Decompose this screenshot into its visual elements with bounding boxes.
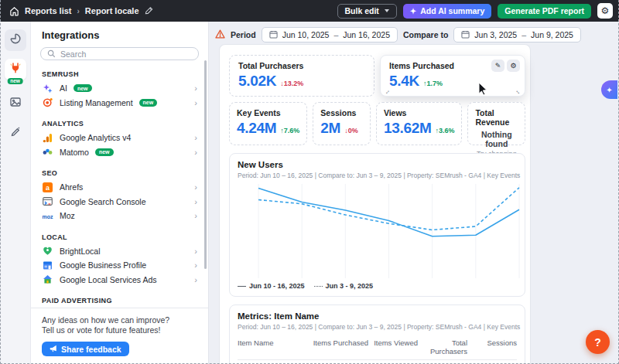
- sidebar-item-google-analytics-v4[interactable]: Google Analytics v4›: [42, 131, 200, 145]
- top-bar-actions: Bulk edit ✦ Add AI summary Generate PDF …: [337, 3, 613, 19]
- sparkle-icon: ✦: [410, 7, 416, 15]
- metric-cards-row-2: Key Events 4.24M ↑7.6% Sessions 2M ↓0% V…: [229, 102, 525, 145]
- help-button[interactable]: ?: [586, 330, 610, 354]
- column-header[interactable]: Items Viewed: [368, 338, 418, 355]
- settings-gear-button[interactable]: ⚙: [597, 3, 613, 19]
- ai-assistant-fab[interactable]: ✦: [601, 80, 617, 99]
- matomo-icon: [42, 147, 53, 157]
- sidebar-item-google-search-console[interactable]: Google Search Console›: [42, 195, 200, 209]
- metric-value: 13.62M: [384, 120, 432, 137]
- chart-title: New Users: [238, 160, 517, 169]
- metric-card-views[interactable]: Views 13.62M ↑3.6%: [376, 102, 463, 145]
- legend-current-period[interactable]: Jun 10 - 16, 2025: [238, 282, 305, 290]
- mouse-cursor: [478, 82, 488, 99]
- calendar-icon: [269, 30, 278, 40]
- add-ai-summary-button[interactable]: ✦ Add AI summary: [403, 4, 491, 19]
- chevron-right-icon: ›: [194, 275, 200, 284]
- widget-hover-actions: ✎ ⚙: [491, 60, 520, 72]
- warning-icon: [215, 28, 225, 42]
- sidebar-item-moz[interactable]: mozMoz›: [42, 209, 200, 223]
- sidebar-section-label: ANALYTICS: [42, 120, 200, 128]
- widget-settings-button[interactable]: ⚙: [507, 60, 520, 72]
- metric-value: 2M: [320, 120, 340, 137]
- column-header[interactable]: Items Purchased: [297, 338, 368, 355]
- sidebar-item-brightlocal[interactable]: BrightLocal›: [42, 244, 200, 259]
- compare-start: Jun 3, 2025: [474, 30, 517, 39]
- integrations-sidebar: Integrations SEMRUSHAInew›Listing Manage…: [31, 22, 209, 364]
- edit-title-icon[interactable]: [145, 4, 153, 18]
- chevron-right-icon: ›: [194, 197, 200, 206]
- sidebar-item-ai[interactable]: AInew›: [42, 81, 200, 96]
- chevron-right-icon: ›: [194, 98, 200, 107]
- metric-card-sessions[interactable]: Sessions 2M ↓0%: [313, 102, 371, 145]
- metric-title: Views: [384, 108, 455, 117]
- column-header[interactable]: Sessions: [467, 338, 517, 355]
- metric-title: Sessions: [320, 108, 363, 117]
- sidebar-scrollbar[interactable]: [204, 60, 207, 269]
- feedback-line1: Any ideas on how we can improve?: [42, 315, 197, 326]
- bulk-edit-button[interactable]: Bulk edit: [337, 4, 397, 19]
- sidebar-item-google-local-services-ads[interactable]: Google Local Services Ads›: [42, 273, 200, 287]
- metric-card-key-events[interactable]: Key Events 4.24M ↑7.6%: [229, 102, 307, 145]
- sidebar-item-ahrefs[interactable]: aAhrefs›: [42, 180, 200, 195]
- new-badge: new: [95, 148, 114, 156]
- home-icon[interactable]: [9, 6, 19, 16]
- rail-item-annotations[interactable]: [5, 122, 26, 144]
- ahrefs-icon: a: [42, 182, 53, 192]
- sidebar-item-label: Google Business Profile: [60, 260, 146, 270]
- metric-card-total-purchasers[interactable]: Total Purchasers 5.02K ↓13.2%: [229, 55, 374, 97]
- rail-new-badge: new: [7, 78, 23, 85]
- sidebar-item-matomo[interactable]: Matomonew›: [42, 145, 200, 160]
- new-users-chart-widget[interactable]: New Users Period: Jun 10 – 16, 2025 | Co…: [229, 153, 525, 297]
- ai-icon: [42, 83, 53, 94]
- line-chart[interactable]: 120K100K80K60KJun 10Jun 11Jun 12Jun 13Ju…: [238, 179, 525, 278]
- sidebar-item-listing-management[interactable]: Listing Managementnew›: [42, 96, 200, 111]
- table-header-row: Item Name Items Purchased Items Viewed T…: [238, 335, 517, 360]
- sidebar-item-label: AI: [60, 83, 67, 93]
- compare-end: Jun 9, 2025: [531, 30, 573, 39]
- rail-item-integrations[interactable]: new: [5, 59, 26, 80]
- metric-title: Total Purchasers: [238, 61, 365, 70]
- search-input[interactable]: [60, 49, 192, 59]
- top-bar: Reports list › Report locale Bulk edit ✦…: [0, 0, 619, 22]
- table-title: Metrics: Item Name: [238, 311, 517, 321]
- generate-pdf-button[interactable]: Generate PDF report: [498, 4, 591, 19]
- table-row[interactable]: trial 4.95K ↑0.3% 0 0% 4.93K ↓0.1%: [238, 360, 517, 364]
- brightlocal-icon: [42, 246, 53, 256]
- metric-card-total-revenue[interactable]: Total Revenue Nothing found Try changing…: [467, 102, 525, 145]
- feedback-box: Any ideas on how we can improve? Tell us…: [31, 308, 208, 364]
- metric-delta: ↓0%: [344, 127, 358, 134]
- rail-item-widgets[interactable]: [5, 29, 26, 51]
- calendar-icon: [461, 30, 470, 40]
- item-name-table-widget[interactable]: Metrics: Item Name Period: Jun 10 – 16, …: [229, 304, 525, 364]
- chart-subtitle: Period: Jun 10 – 16, 2025 | Compare to: …: [238, 172, 521, 179]
- sidebar-search[interactable]: [40, 47, 199, 60]
- sidebar-item-label: Matomo: [60, 148, 89, 157]
- pencil-wand-icon: [9, 125, 22, 141]
- chevron-right-icon: ›: [194, 182, 200, 192]
- sidebar-item-label: Google Analytics v4: [60, 133, 131, 142]
- rail-item-media[interactable]: [5, 93, 26, 114]
- sidebar-section-label: PAID ADVERTISING: [42, 297, 200, 304]
- chevron-right-icon: ›: [194, 83, 200, 93]
- edit-widget-button[interactable]: ✎: [491, 60, 504, 72]
- chart-legend: Jun 10 - 16, 2025 Jun 3 - 9, 2025: [238, 282, 517, 290]
- metric-card-items-purchased[interactable]: Items Purchased 5.4K ↑1.7% ✎ ⚙ ↔ ↔: [380, 55, 525, 97]
- legend-compare-period[interactable]: Jun 3 - 9, 2025: [314, 282, 374, 290]
- sidebar-item-google-business-profile[interactable]: Google Business Profile›: [42, 258, 200, 273]
- chevron-right-icon: ›: [194, 260, 200, 270]
- sidebar-item-label: Moz: [60, 211, 75, 220]
- share-feedback-button[interactable]: Share feedback: [42, 342, 129, 356]
- compare-to-label: Compare to: [403, 30, 448, 39]
- new-badge: new: [139, 99, 158, 107]
- period-end: Jun 16, 2025: [343, 30, 390, 39]
- compare-date-picker[interactable]: Jun 3, 2025 – Jun 9, 2025: [453, 27, 581, 43]
- breadcrumb-reports-list[interactable]: Reports list: [25, 6, 72, 15]
- period-date-picker[interactable]: Jun 10, 2025 – Jun 16, 2025: [262, 27, 398, 43]
- column-header[interactable]: Item Name: [238, 338, 297, 355]
- breadcrumb: Reports list › Report locale: [6, 4, 153, 18]
- chevron-right-icon: ›: [194, 133, 200, 142]
- report-builder-app: Reports list › Report locale Bulk edit ✦…: [0, 0, 619, 364]
- sidebar-item-label: Listing Management: [60, 98, 133, 107]
- column-header[interactable]: Total Purchasers: [418, 338, 467, 355]
